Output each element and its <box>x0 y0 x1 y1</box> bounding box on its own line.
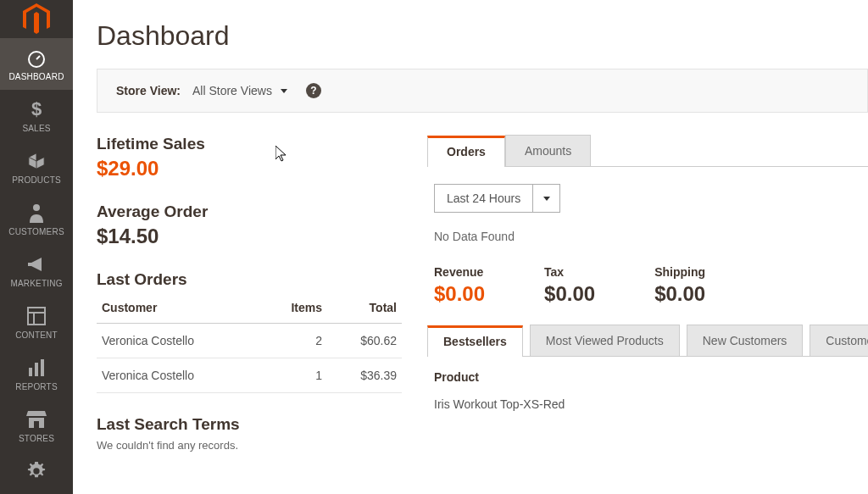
col-customer: Customer <box>97 294 261 324</box>
nav-marketing[interactable]: MARKETING <box>0 245 73 297</box>
product-row[interactable]: Iris Workout Top-XS-Red <box>427 391 868 418</box>
average-order-title: Average Order <box>97 203 402 221</box>
nav-label: STORES <box>19 434 54 443</box>
chart-tabs: Orders Amounts <box>427 135 868 167</box>
sidebar: DASHBOARD $ SALES PRODUCTS CUSTOMERS MAR… <box>0 0 73 494</box>
tab-customers[interactable]: Customers <box>810 325 868 356</box>
svg-rect-9 <box>34 421 39 428</box>
lifetime-sales-value: $29.00 <box>97 157 402 180</box>
metric-shipping: Shipping $0.00 <box>654 265 705 306</box>
nav-label: PRODUCTS <box>12 175 61 185</box>
store-view-select[interactable]: All Store Views <box>192 84 287 97</box>
magento-logo[interactable] <box>0 0 73 38</box>
svg-rect-7 <box>41 359 44 376</box>
no-data-message: No Data Found <box>427 225 868 260</box>
col-total: Total <box>327 294 402 324</box>
last-search-empty: We couldn't find any records. <box>97 439 402 452</box>
metric-tax: Tax $0.00 <box>544 265 595 306</box>
average-order-value: $14.50 <box>97 225 402 248</box>
product-tabs: Bestsellers Most Viewed Products New Cus… <box>427 325 868 357</box>
reports-icon <box>25 357 47 379</box>
last-orders-title: Last Orders <box>97 270 402 289</box>
dashboard-icon <box>25 47 47 69</box>
customers-icon <box>25 202 47 224</box>
marketing-icon <box>25 253 47 275</box>
col-items: Items <box>261 294 327 324</box>
nav-label: SALES <box>22 124 50 133</box>
metric-revenue: Revenue $0.00 <box>434 265 485 306</box>
tab-amounts[interactable]: Amounts <box>505 135 591 166</box>
svg-rect-5 <box>29 368 32 376</box>
svg-rect-2 <box>28 308 45 325</box>
system-icon <box>25 460 47 482</box>
nav-content[interactable]: CONTENT <box>0 297 73 348</box>
svg-rect-6 <box>35 363 38 376</box>
nav-system[interactable] <box>0 452 73 494</box>
last-orders-table: Customer Items Total Veronica Costello 2… <box>97 294 402 393</box>
nav-label: DASHBOARD <box>8 72 64 81</box>
last-search-title: Last Search Terms <box>97 415 402 434</box>
table-row[interactable]: Veronica Costello 2 $60.62 <box>97 324 402 358</box>
nav-reports[interactable]: REPORTS <box>0 348 73 400</box>
store-view-bar: Store View: All Store Views ? <box>97 69 868 113</box>
products-icon <box>25 150 47 172</box>
stores-icon <box>25 408 47 430</box>
page-title: Dashboard <box>97 0 868 69</box>
main-content: Dashboard Store View: All Store Views ? … <box>73 0 868 494</box>
nav-label: CUSTOMERS <box>8 227 64 236</box>
time-filter-dropdown[interactable]: Last 24 Hours <box>434 184 560 213</box>
nav-customers[interactable]: CUSTOMERS <box>0 193 73 245</box>
sales-icon: $ <box>25 98 47 120</box>
help-icon[interactable]: ? <box>306 83 321 98</box>
tab-bestsellers[interactable]: Bestsellers <box>427 325 523 357</box>
nav-label: CONTENT <box>15 330 58 340</box>
lifetime-sales-block: Lifetime Sales $29.00 <box>97 135 402 180</box>
nav-label: REPORTS <box>15 382 58 391</box>
nav-stores[interactable]: STORES <box>0 400 73 452</box>
chevron-down-icon[interactable] <box>532 185 559 212</box>
tab-orders[interactable]: Orders <box>427 136 505 167</box>
nav-label: MARKETING <box>10 279 62 288</box>
content-icon <box>25 305 47 327</box>
product-column-header: Product <box>427 357 868 391</box>
store-view-label: Store View: <box>116 84 181 97</box>
nav-dashboard[interactable]: DASHBOARD <box>0 38 73 90</box>
tab-new-customers[interactable]: New Customers <box>687 325 804 356</box>
time-filter-value: Last 24 Hours <box>435 185 532 212</box>
table-row[interactable]: Veronica Costello 1 $36.39 <box>97 358 402 393</box>
nav-sales[interactable]: $ SALES <box>0 90 73 142</box>
svg-point-1 <box>33 204 40 211</box>
tab-most-viewed[interactable]: Most Viewed Products <box>530 325 680 356</box>
nav-products[interactable]: PRODUCTS <box>0 142 73 193</box>
lifetime-sales-title: Lifetime Sales <box>97 135 402 153</box>
average-order-block: Average Order $14.50 <box>97 203 402 248</box>
